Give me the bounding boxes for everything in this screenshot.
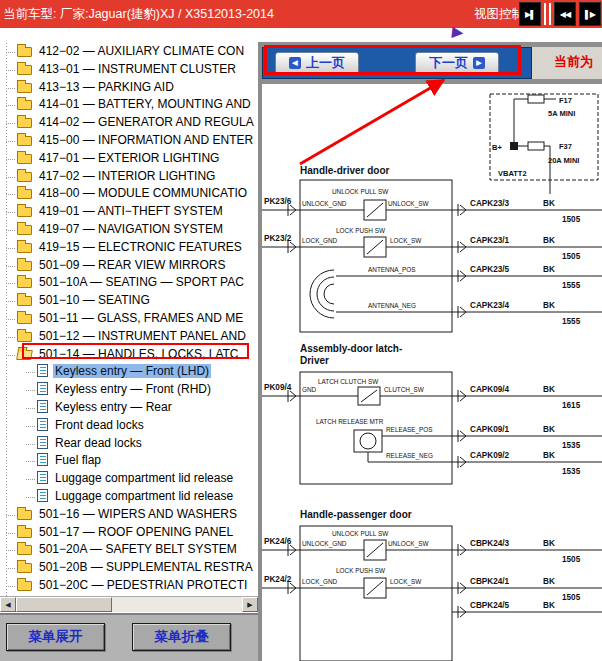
- tree-item-label: Keyless entry — Front (RHD): [53, 382, 213, 396]
- circuit-number: 1505: [562, 215, 581, 224]
- connector-label: CAPK23/4: [470, 301, 510, 310]
- connector-label: CAPK23/1: [470, 236, 510, 245]
- tree-item[interactable]: 501−20B — SUPPLEMENTAL RESTRA: [0, 559, 258, 577]
- document-icon: [37, 418, 48, 431]
- tree-item[interactable]: 414−02 — GENERATOR AND REGULA: [0, 114, 258, 132]
- tree-item[interactable]: 501−17 — ROOF OPENING PANEL: [0, 524, 258, 542]
- system-tree: 412−02 — AUXILIARY CLIMATE CON413−01 — I…: [0, 43, 258, 596]
- pin-label: UNLOCK_SW: [388, 540, 429, 548]
- page-forward-button[interactable]: ▶▌: [519, 2, 541, 26]
- folder-icon: [17, 243, 32, 253]
- tree-item[interactable]: Front dead locks: [0, 417, 258, 435]
- app-window: 当前车型: 厂家:Jaguar(捷豹)XJ / X3512013-2014 视图…: [0, 0, 602, 661]
- folder-icon: [17, 296, 32, 306]
- tree-item[interactable]: Rear dead locks: [0, 435, 258, 453]
- pin-label: LOCK_SW: [390, 237, 422, 245]
- tree-item[interactable]: 419−15 — ELECTRONIC FEATURES: [0, 239, 258, 257]
- page-first-icon: ◀◀: [560, 10, 570, 19]
- document-icon: [37, 436, 48, 449]
- menu-collapse-button[interactable]: 菜单折叠: [132, 623, 231, 651]
- tree-item-label: 412−02 — AUXILIARY CLIMATE CON: [37, 44, 246, 58]
- pin-label: RELEASE_POS: [386, 426, 433, 434]
- tree-item[interactable]: 501−12 — INSTRUMENT PANEL AND: [0, 328, 258, 346]
- toolbar-strip: ▶: [0, 28, 602, 42]
- tree-item[interactable]: 413−01 — INSTRUMENT CLUSTER: [0, 61, 258, 79]
- folder-icon: [17, 118, 32, 128]
- wire-color: BK: [543, 265, 555, 274]
- tree-item[interactable]: 417−01 — EXTERIOR LIGHTING: [0, 150, 258, 168]
- circuit-number: 1505: [562, 593, 581, 602]
- circuit-number: 1505: [562, 252, 581, 261]
- wire-color: BK: [543, 539, 555, 548]
- tree-item-label: 501−14 — HANDLES, LOCKS, LATC: [37, 347, 241, 361]
- vbatt-label: VBATT2: [498, 169, 527, 178]
- tree-item[interactable]: Keyless entry — Rear: [0, 399, 258, 417]
- section-title: Assembly-door latch-: [300, 343, 402, 354]
- tree-item[interactable]: 414−01 — BATTERY, MOUNTING AND: [0, 96, 258, 114]
- tree-item[interactable]: 501−14 — HANDLES, LOCKS, LATC: [0, 346, 258, 364]
- scroll-right-button[interactable]: ▶: [242, 597, 258, 612]
- folder-icon: [17, 510, 32, 520]
- folder-icon: [17, 154, 32, 164]
- folder-icon: [17, 207, 32, 217]
- tree-item[interactable]: 415−00 — INFORMATION AND ENTER: [0, 132, 258, 150]
- tree-item-label: Keyless entry — Front (LHD): [53, 364, 211, 378]
- page-first-button[interactable]: ◀◀: [554, 2, 576, 26]
- tree-item[interactable]: 501−10 — SEATING: [0, 292, 258, 310]
- tree-item[interactable]: 413−13 — PARKING AID: [0, 79, 258, 97]
- tree-item[interactable]: 418−00 — MODULE COMMUNICATIO: [0, 185, 258, 203]
- menu-bar: 菜单展开 菜单折叠: [0, 613, 258, 661]
- tree-item[interactable]: Keyless entry — Front (LHD): [0, 363, 258, 381]
- tree-item[interactable]: 501−10A — SEATING — SPORT PAC: [0, 274, 258, 292]
- menu-expand-button[interactable]: 菜单展开: [6, 623, 105, 651]
- tree-item[interactable]: 419−01 — ANTI−THEFT SYSTEM: [0, 203, 258, 221]
- tree-item[interactable]: 501−20C — PEDESTRIAN PROTECTI: [0, 577, 258, 595]
- tree-item-label: 413−01 — INSTRUMENT CLUSTER: [37, 62, 238, 76]
- tree-item[interactable]: 501−11 — GLASS, FRAMES AND ME: [0, 310, 258, 328]
- tree-item[interactable]: Luggage compartment lid release: [0, 470, 258, 488]
- tree-item-label: 417−02 — INTERIOR LIGHTING: [37, 169, 217, 183]
- scroll-left-button[interactable]: ◀: [0, 597, 16, 612]
- folder-icon: [17, 47, 32, 57]
- page-last-button[interactable]: ▌▶: [579, 2, 601, 26]
- connector-label: CBPK24/3: [470, 539, 510, 548]
- switch-label: LATCH CLUTCH SW: [318, 378, 379, 385]
- tree-item[interactable]: Keyless entry — Front (RHD): [0, 381, 258, 399]
- pin-label: LOCK_GND: [302, 578, 338, 586]
- scrollbar-thumb[interactable]: [16, 597, 112, 612]
- wire-color: BK: [543, 425, 555, 434]
- tree-item-label: 414−01 — BATTERY, MOUNTING AND: [37, 97, 253, 111]
- tree-item-label: 501−20B — SUPPLEMENTAL RESTRA: [37, 560, 255, 574]
- tree-item[interactable]: 501−20A — SAFETY BELT SYSTEM: [0, 541, 258, 559]
- tree-item[interactable]: 501−16 — WIPERS AND WASHERS: [0, 506, 258, 524]
- folder-icon: [17, 83, 32, 93]
- tree-item[interactable]: 417−02 — INTERIOR LIGHTING: [0, 168, 258, 186]
- circuit-number: 1535: [562, 441, 581, 450]
- tree-item-label: Fuel flap: [53, 453, 103, 467]
- tree-item-label: 501−16 — WIPERS AND WASHERS: [37, 507, 239, 521]
- wire-color: BK: [543, 577, 555, 586]
- wire-color: BK: [543, 385, 555, 394]
- folder-icon: [17, 100, 32, 110]
- fuse-name: F17: [559, 96, 572, 105]
- tree-item[interactable]: Luggage compartment lid release: [0, 488, 258, 506]
- pin-label: CLUTCH_SW: [384, 386, 425, 394]
- tree-item[interactable]: Fuel flap: [0, 452, 258, 470]
- tree-item[interactable]: 412−02 — AUXILIARY CLIMATE CON: [0, 43, 258, 61]
- pin-label: UNLOCK_SW: [388, 200, 429, 208]
- tree-item[interactable]: 501−09 — REAR VIEW MIRRORS: [0, 257, 258, 275]
- next-page-label: 下一页: [429, 54, 468, 72]
- next-page-button[interactable]: 下一页 ▶: [415, 52, 499, 74]
- folder-icon: [17, 332, 32, 342]
- tree-item-label: 501−09 — REAR VIEW MIRRORS: [37, 258, 227, 272]
- switch-label: UNLOCK PULL SW: [332, 530, 389, 537]
- prev-page-button[interactable]: ◀ 上一页: [275, 52, 359, 74]
- tree-item[interactable]: 419−07 — NAVIGATION SYSTEM: [0, 221, 258, 239]
- tree-item-label: 501−11 — GLASS, FRAMES AND ME: [37, 311, 245, 325]
- prev-page-icon: ◀: [289, 57, 301, 69]
- circuit-number: 1555: [562, 281, 581, 290]
- fuse-rating: 5A MINI: [548, 109, 575, 118]
- tree-item-label: 419−15 — ELECTRONIC FEATURES: [37, 240, 244, 254]
- bplus-label: B+: [492, 143, 502, 152]
- tree-item-label: 501−10A — SEATING — SPORT PAC: [37, 275, 246, 289]
